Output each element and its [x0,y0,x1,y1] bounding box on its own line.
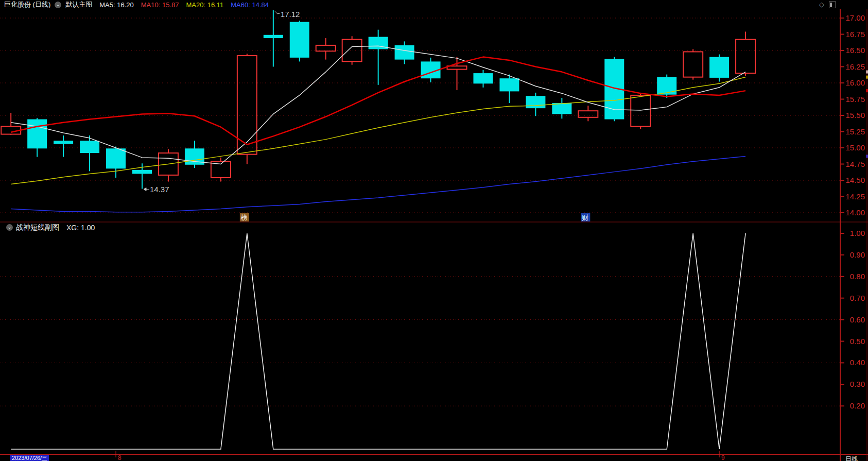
main-overlay-selector[interactable]: 默认主图 [65,0,92,9]
price-axis-label: 17.00 [845,13,865,22]
candle-body-down [526,96,545,108]
window-controls: ◇ [819,1,836,9]
price-axis-label: 15.50 [845,111,865,119]
candle-body-up [447,66,467,69]
indicator-axis-label: 0.20 [850,401,865,410]
price-annotation: 17.12 [281,10,300,19]
candle-body-up [736,40,755,74]
candle-body-down [499,78,519,91]
ma10-value: MA10: 15.87 [141,1,179,9]
price-axis-label: 15.00 [845,143,865,152]
candle-body-down [395,45,414,60]
sub-panel-header: ⌄ 战神短线副图 XG: 1.00 [0,223,868,232]
price-axis-label: 15.25 [845,127,865,136]
event-marker-text: 榜 [240,214,248,221]
price-axis-label: 16.25 [845,62,865,71]
sub-indicator-title[interactable]: 战神短线副图 [16,223,59,232]
price-axis-label: 15.75 [845,95,865,104]
candle-body-down [552,103,571,114]
candle-body-up [631,95,650,126]
price-axis-label: 14.00 [845,208,865,217]
price-axis-label: 14.50 [845,176,865,184]
candle-body-down [54,141,73,144]
price-axis-label: 14.25 [845,192,865,201]
event-marker-text: 财 [582,214,588,221]
indicator-axis-label: 0.60 [850,315,865,324]
chevron-circle-icon[interactable]: ⌄ [6,224,13,231]
price-axis-label: 14.75 [845,160,865,168]
candle-body-down [106,148,126,168]
date-chip: 2023/07/26/三 [10,455,49,461]
stock-title: 巨化股份 (日线) [4,0,50,9]
candle-body-down [264,35,283,38]
candle-body-down [473,73,493,83]
candle-body-down [657,77,676,95]
indicator-axis-label: 0.40 [850,358,865,367]
split-window-icon[interactable] [829,2,836,8]
candle-body-up [316,45,336,51]
ma20-value: MA20: 16.11 [186,1,224,9]
price-annotation: 14.37 [150,185,169,194]
annotation-arrow [274,11,280,14]
price-axis-label: 16.50 [845,46,865,55]
candle-body-down [132,170,152,174]
candle-body-up [578,111,598,117]
price-axis-label: 16.00 [845,78,865,87]
indicator-axis-label: 0.80 [850,272,865,281]
ma5-value: MA5: 16.20 [99,1,134,9]
ma60-value: MA60: 14.84 [231,1,269,9]
header-bar: 巨化股份 (日线) ⌄ 默认主图 MA5: 16.20 MA10: 15.87 … [0,0,868,9]
annotation-arrow [144,187,149,191]
candle-body-down [709,57,729,78]
period-label[interactable]: 日线 [845,455,858,461]
chevron-circle-icon[interactable]: ⌄ [55,2,61,8]
diamond-icon[interactable]: ◇ [819,1,824,8]
indicator-axis-label: 0.30 [850,380,865,388]
price-axis-label: 16.75 [845,30,865,39]
xg-value: XG: 1.00 [66,224,95,232]
indicator-axis-label: 0.70 [850,294,865,302]
xg-indicator-line [11,233,745,449]
candle-body-down [290,22,309,58]
time-axis-bar: 2023/07/26/三 [0,455,868,461]
candle-body-down [80,141,99,153]
indicator-axis-label: 0.50 [850,337,865,346]
candle-body-down [27,119,47,149]
indicator-axis-label: 0.90 [850,250,865,259]
candle-body-up [683,52,703,77]
